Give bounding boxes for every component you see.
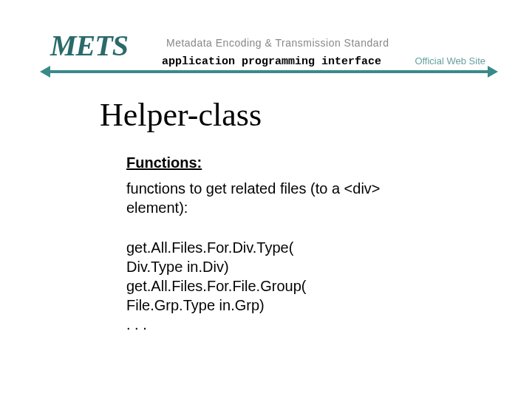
- code-line: get.All.Files.For.File.Group(: [126, 276, 443, 296]
- code-line: . . .: [126, 315, 443, 334]
- description: functions to get related files (to a <di…: [126, 179, 443, 217]
- api-label: application programming interface: [160, 55, 383, 68]
- code-line: File.Grp.Type in.Grp): [126, 296, 443, 315]
- page-title: Helper-class: [100, 96, 443, 134]
- code-line: get.All.Files.For.Div.Type(: [126, 238, 443, 257]
- content: Helper-class Functions: functions to get…: [0, 74, 532, 334]
- code-block: get.All.Files.For.Div.Type( Div.Type in.…: [126, 238, 443, 334]
- logo-subtitle: Metadata Encoding & Transmission Standar…: [166, 37, 389, 49]
- site-label: Official Web Site: [412, 55, 488, 66]
- code-line: Div.Type in.Div): [126, 257, 443, 276]
- body: Functions: functions to get related file…: [100, 154, 443, 334]
- mets-logo: METS: [50, 28, 128, 63]
- header: METS Metadata Encoding & Transmission St…: [0, 0, 532, 74]
- divider-arrow: [50, 70, 488, 73]
- section-label: Functions:: [126, 154, 443, 171]
